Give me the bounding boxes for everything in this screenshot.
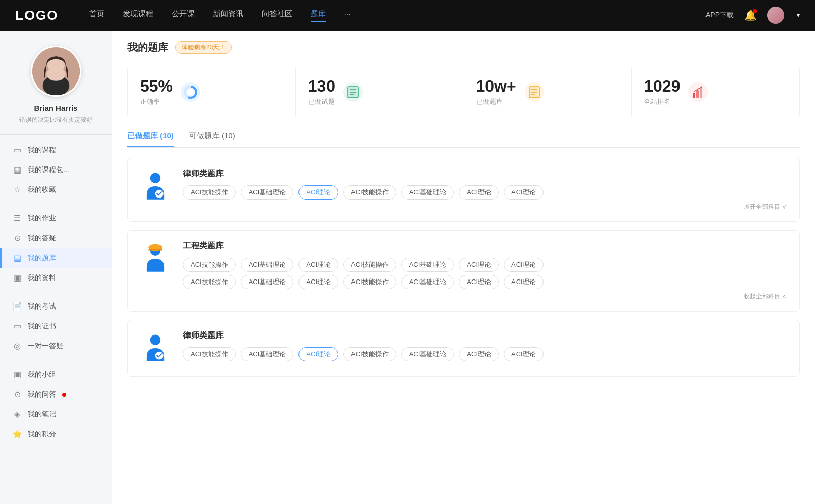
tag-eng-4[interactable]: ACI基础理论 [401, 258, 454, 272]
tag-eng2-1[interactable]: ACI基础理论 [241, 275, 294, 289]
user-avatar-large [31, 46, 82, 97]
svg-point-20 [701, 86, 702, 88]
menu-qa-mine[interactable]: ⊙ 我的答疑 [0, 228, 112, 248]
tag-eng-3[interactable]: ACI技能操作 [343, 258, 396, 272]
menu-points[interactable]: ⭐ 我的积分 [0, 424, 112, 444]
menu-my-qa[interactable]: ⊙ 我的问答 [0, 384, 112, 404]
svg-point-21 [150, 173, 161, 184]
stat-ranking-icon [688, 82, 708, 102]
bank-card-engineer: 工程类题库 ACI技能操作 ACI基础理论 ACI理论 ACI技能操作 ACI基… [127, 230, 800, 312]
tab-done-banks[interactable]: 已做题库 (10) [127, 131, 174, 147]
menu-course-packages[interactable]: ▦ 我的课程包... [0, 160, 112, 180]
tag-lawyer1-5[interactable]: ACI理论 [459, 185, 499, 200]
bank-content-engineer: 工程类题库 ACI技能操作 ACI基础理论 ACI理论 ACI技能操作 ACI基… [183, 241, 787, 301]
stat-ranking-value: 1029 [644, 77, 680, 95]
group-icon: ▣ [12, 370, 22, 379]
stat-done-questions-value: 130 [308, 77, 335, 95]
tag-eng-6[interactable]: ACI理论 [504, 258, 544, 272]
menu-my-courses[interactable]: ▭ 我的课程 [0, 140, 112, 160]
menu-packages-label: 我的课程包... [28, 165, 69, 175]
nav-open-course[interactable]: 公开课 [172, 9, 195, 22]
menu-profile-label: 我的资料 [28, 273, 56, 283]
tag-lawyer2-0[interactable]: ACI技能操作 [183, 347, 236, 361]
app-download-button[interactable]: APP下载 [705, 11, 734, 20]
nav-home[interactable]: 首页 [89, 9, 104, 22]
tabs-row: 已做题库 (10) 可做题库 (10) [127, 131, 800, 148]
tag-eng2-3[interactable]: ACI技能操作 [343, 275, 396, 289]
tag-lawyer2-2[interactable]: ACI理论 [298, 347, 338, 361]
tag-lawyer2-5[interactable]: ACI理论 [459, 347, 499, 361]
menu-exam[interactable]: 📄 我的考试 [0, 296, 112, 316]
menu-certificate[interactable]: ▭ 我的证书 [0, 316, 112, 336]
cert-icon: ▭ [12, 321, 22, 331]
avatar-silhouette [32, 46, 80, 97]
stat-done-questions: 130 已做试题 [296, 67, 464, 117]
tag-lawyer1-0[interactable]: ACI技能操作 [183, 185, 236, 200]
nav-more[interactable]: ··· [344, 9, 351, 22]
menu-favorites[interactable]: ☆ 我的收藏 [0, 180, 112, 200]
user-name: Brian Harris [10, 104, 101, 113]
bank-title-lawyer-2: 律师类题库 [183, 330, 787, 341]
tag-eng2-4[interactable]: ACI基础理论 [401, 275, 454, 289]
menu-profile[interactable]: ▣ 我的资料 [0, 268, 112, 288]
bank-tags-lawyer-1: ACI技能操作 ACI基础理论 ACI理论 ACI技能操作 ACI基础理论 AC… [183, 185, 787, 200]
homework-icon: ☰ [12, 213, 22, 223]
menu-courses-label: 我的课程 [28, 146, 56, 155]
tag-eng-2[interactable]: ACI理论 [298, 258, 338, 272]
tag-lawyer1-6[interactable]: ACI理论 [504, 185, 544, 200]
tag-eng2-2[interactable]: ACI理论 [298, 275, 338, 289]
tag-eng2-5[interactable]: ACI理论 [459, 275, 499, 289]
stat-done-banks-text: 10w+ 已做题库 [476, 77, 517, 106]
tag-eng-5[interactable]: ACI理论 [459, 258, 499, 272]
tab-available-banks[interactable]: 可做题库 (10) [189, 131, 235, 147]
tag-eng2-0[interactable]: ACI技能操作 [183, 275, 236, 289]
tag-lawyer1-1[interactable]: ACI基础理论 [241, 185, 294, 200]
tag-lawyer2-4[interactable]: ACI基础理论 [401, 347, 454, 361]
main-content: 我的题库 体验剩余23天！ 55% 正确率 [112, 31, 815, 504]
profile-section: Brian Harris 错误的决定比没有决定要好 [0, 31, 112, 135]
expand-link-lawyer-1[interactable]: 展开全部科目 ∨ [183, 203, 787, 211]
tag-eng-0[interactable]: ACI技能操作 [183, 258, 236, 272]
menu-homework[interactable]: ☰ 我的作业 [0, 208, 112, 228]
qa-notification-dot [62, 393, 66, 397]
menu-group[interactable]: ▣ 我的小组 [0, 365, 112, 384]
nav-news[interactable]: 新闻资讯 [213, 9, 243, 22]
tag-lawyer1-4[interactable]: ACI基础理论 [401, 185, 454, 200]
stats-row: 55% 正确率 130 已做试题 [127, 67, 800, 117]
tag-lawyer1-2[interactable]: ACI理论 [298, 185, 338, 200]
bank-title-lawyer-1: 律师类题库 [183, 169, 787, 179]
bank-icon-engineer [140, 241, 171, 276]
page-title: 我的题库 [127, 41, 168, 54]
stat-accuracy-value: 55% [140, 77, 173, 95]
menu-notes[interactable]: ◈ 我的笔记 [0, 404, 112, 424]
menu-question-bank[interactable]: ▤ 我的题库 [0, 248, 112, 268]
tag-lawyer2-1[interactable]: ACI基础理论 [241, 347, 294, 361]
bank-content-lawyer-2: 律师类题库 ACI技能操作 ACI基础理论 ACI理论 ACI技能操作 ACI基… [183, 330, 787, 365]
logo: LOGO [15, 8, 59, 23]
expand-link-engineer[interactable]: 收起全部科目 ∧ [183, 292, 787, 301]
notification-bell[interactable]: 🔔 [744, 9, 757, 21]
stat-ranking: 1029 全站排名 [632, 67, 799, 117]
menu-notes-label: 我的笔记 [28, 410, 56, 419]
stat-accuracy-text: 55% 正确率 [140, 77, 173, 106]
exam-icon: 📄 [12, 301, 22, 311]
user-menu-chevron[interactable]: ▾ [797, 12, 800, 19]
tag-eng-1[interactable]: ACI基础理论 [241, 258, 294, 272]
tag-lawyer1-3[interactable]: ACI技能操作 [343, 185, 396, 200]
nav-bank[interactable]: 题库 [311, 9, 326, 22]
svg-rect-18 [696, 90, 699, 98]
menu-homework-label: 我的作业 [28, 214, 56, 223]
tag-lawyer2-6[interactable]: ACI理论 [504, 347, 544, 361]
header-right: APP下载 🔔 ▾ [705, 7, 800, 24]
bank-tags-lawyer-2: ACI技能操作 ACI基础理论 ACI理论 ACI技能操作 ACI基础理论 AC… [183, 347, 787, 361]
menu-separator-2 [10, 292, 101, 292]
menu-tutoring[interactable]: ◎ 一对一答疑 [0, 336, 112, 356]
user-avatar-header[interactable] [767, 7, 784, 24]
nav-discover[interactable]: 发现课程 [123, 9, 153, 22]
bank-title-engineer: 工程类题库 [183, 241, 787, 251]
tag-eng2-6[interactable]: ACI理论 [504, 275, 544, 289]
stat-questions-icon [343, 82, 363, 102]
tag-lawyer2-3[interactable]: ACI技能操作 [343, 347, 396, 361]
nav-qa[interactable]: 问答社区 [262, 9, 292, 22]
menu-bank-label: 我的题库 [28, 254, 56, 263]
